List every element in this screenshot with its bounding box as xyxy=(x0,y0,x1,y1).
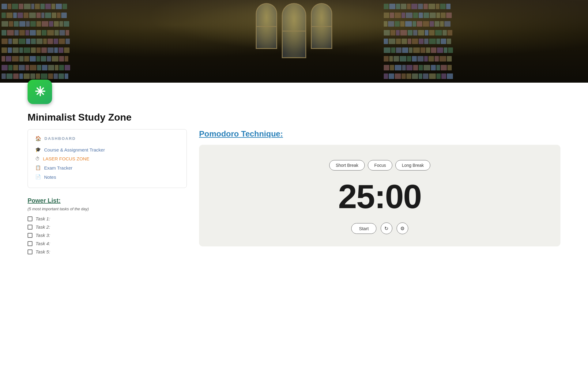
reset-button[interactable]: ↻ xyxy=(381,223,392,234)
nav-item-exam-tracker[interactable]: 📋 Exam Tracker xyxy=(35,163,179,172)
laser-focus-icon: ⏱ xyxy=(35,156,40,161)
task-item-2: Task 2: xyxy=(28,224,187,230)
nav-item-exam-tracker-label: Exam Tracker xyxy=(44,165,73,170)
task-4-label: Task 4: xyxy=(36,241,50,246)
right-column: Pomodoro Technique: Short Break Focus Lo… xyxy=(199,129,560,257)
settings-button[interactable]: ⚙ xyxy=(397,223,408,234)
nav-card: 🏠 DASHBOARD 🎓 Course & Assignment Tracke… xyxy=(28,129,187,188)
left-column: 🏠 DASHBOARD 🎓 Course & Assignment Tracke… xyxy=(28,129,187,257)
nav-item-notes[interactable]: 📄 Notes xyxy=(35,172,179,182)
task-item-5: Task 5: xyxy=(28,249,187,254)
task-4-checkbox[interactable] xyxy=(28,241,32,246)
task-1-label: Task 1: xyxy=(36,216,50,221)
settings-icon: ⚙ xyxy=(400,226,405,231)
nav-item-laser-focus-label: LASER FOCUS ZONE xyxy=(43,156,89,161)
task-2-checkbox[interactable] xyxy=(28,225,32,230)
dashboard-label: DASHBOARD xyxy=(44,136,76,141)
nav-item-laser-focus[interactable]: ⏱ LASER FOCUS ZONE xyxy=(35,154,179,163)
long-break-button[interactable]: Long Break xyxy=(395,160,430,170)
timer-display: 25:00 xyxy=(338,180,421,213)
task-1-checkbox[interactable] xyxy=(28,216,32,221)
power-list-title: Power List: xyxy=(28,197,187,204)
task-item-3: Task 3: xyxy=(28,233,187,238)
task-5-checkbox[interactable] xyxy=(28,249,32,254)
center-windows xyxy=(206,0,382,83)
page-title: Minimalist Study Zone xyxy=(0,109,588,129)
task-3-checkbox[interactable] xyxy=(28,233,32,238)
timer-mode-buttons: Short Break Focus Long Break xyxy=(329,160,430,170)
header-banner xyxy=(0,0,588,83)
pomodoro-widget: Short Break Focus Long Break 25:00 Start… xyxy=(199,145,560,246)
task-5-label: Task 5: xyxy=(36,249,50,254)
focus-button[interactable]: Focus xyxy=(368,160,392,170)
shelf-left-decoration xyxy=(0,0,206,83)
start-button[interactable]: Start xyxy=(351,223,376,234)
task-item-1: Task 1: xyxy=(28,216,187,221)
home-icon: 🏠 xyxy=(35,136,41,141)
course-tracker-icon: 🎓 xyxy=(35,147,41,152)
app-icon-symbol: ✳ xyxy=(35,85,45,98)
reset-icon: ↻ xyxy=(384,226,388,231)
logo-section: ✳ xyxy=(0,83,588,109)
task-2-label: Task 2: xyxy=(36,224,50,230)
short-break-button[interactable]: Short Break xyxy=(329,160,365,170)
shelf-right-decoration xyxy=(382,0,588,83)
nav-item-course-tracker[interactable]: 🎓 Course & Assignment Tracker xyxy=(35,145,179,154)
pomodoro-title: Pomodoro Technique: xyxy=(199,129,560,139)
nav-item-course-tracker-label: Course & Assignment Tracker xyxy=(44,147,105,152)
power-list-subtitle: (5 most important tasks of the day) xyxy=(28,207,187,211)
content-area: 🏠 DASHBOARD 🎓 Course & Assignment Tracke… xyxy=(0,129,588,270)
task-3-label: Task 3: xyxy=(36,233,50,238)
task-item-4: Task 4: xyxy=(28,241,187,246)
nav-header: 🏠 DASHBOARD xyxy=(35,136,179,141)
app-icon: ✳ xyxy=(28,80,52,104)
timer-controls: Start ↻ ⚙ xyxy=(351,223,408,234)
notes-icon: 📄 xyxy=(35,174,41,180)
nav-item-notes-label: Notes xyxy=(44,174,56,180)
exam-tracker-icon: 📋 xyxy=(35,165,41,170)
power-list-section: Power List: (5 most important tasks of t… xyxy=(28,197,187,254)
